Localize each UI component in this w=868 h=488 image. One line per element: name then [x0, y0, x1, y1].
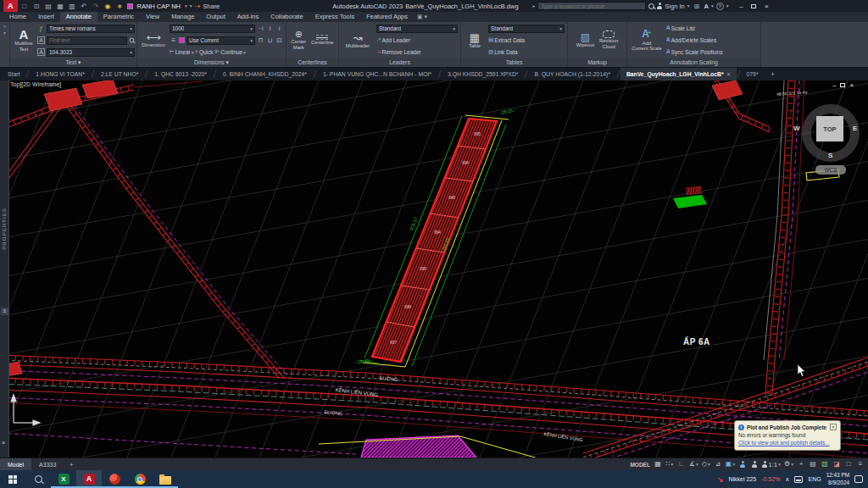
file-tab-start[interactable]: Start [2, 68, 25, 80]
dim-jog-icon[interactable] [275, 25, 283, 32]
snap-mode-icon[interactable]: ▾ [665, 461, 674, 468]
open-file-icon[interactable]: ⊡ [32, 3, 42, 10]
minimize-button[interactable]: – [736, 3, 746, 10]
dim-opt3-icon[interactable] [275, 37, 283, 44]
extract-data-button[interactable]: Extract Data [488, 37, 525, 43]
taskbar-search-button[interactable] [25, 470, 51, 488]
workspace-arrow-icon[interactable]: ▾ [185, 3, 187, 8]
start-button[interactable] [0, 470, 25, 488]
mleader-style-dropdown[interactable]: Standard▾ [376, 25, 458, 33]
panel-label-annotation-scaling[interactable]: Annotation Scaling [627, 58, 760, 67]
add-current-scale-button[interactable]: A+ Add Current Scale [630, 24, 664, 57]
tab-output[interactable]: Output [200, 12, 231, 22]
tab-annotate[interactable]: Annotate [60, 12, 97, 22]
file-tab-1[interactable]: 1.HONG VI TOAN* [30, 68, 91, 80]
grid-display-icon[interactable] [654, 461, 662, 468]
object-snap-tracking-icon[interactable] [714, 461, 722, 468]
tab-insert[interactable]: Insert [32, 12, 60, 22]
sync-scale-positions-button[interactable]: Sync Scale Positions [666, 49, 722, 55]
properties-palette-tab[interactable]: PROPERTIES [0, 80, 9, 458]
file-tab-2[interactable]: 2.LE UT NHO* [95, 68, 144, 80]
file-tab-3[interactable]: 1. QHC 6013 -2020* [148, 68, 213, 80]
tab-manage[interactable]: Manage [165, 12, 200, 22]
tab-parametric[interactable]: Parametric [97, 12, 140, 22]
autodesk-menu-icon[interactable]: A [704, 3, 708, 10]
new-file-icon[interactable]: □ [20, 3, 30, 10]
taskbar-file-explorer[interactable] [153, 470, 178, 488]
isodraft-icon[interactable]: ▾ [702, 461, 710, 468]
new-drawing-button[interactable]: + [765, 68, 782, 80]
file-tab-7[interactable]: B. QUY HOACH (1-12-2014)* [528, 68, 615, 80]
find-text-input[interactable] [47, 36, 127, 45]
new-layout-button[interactable]: + [64, 462, 79, 468]
app-store-icon[interactable]: ⊞ [692, 3, 701, 10]
find-search-icon[interactable] [130, 38, 135, 43]
search-history-arrow-icon[interactable]: ▸ [533, 3, 536, 8]
autocad-logo-icon[interactable]: A [3, 0, 18, 12]
layout-tab-model[interactable]: Model [0, 458, 31, 471]
plot-details-icon[interactable] [809, 461, 817, 468]
add-leader-button[interactable]: Add Leader [376, 37, 410, 43]
continue-button[interactable]: Continue▾ [215, 49, 246, 55]
search-icon[interactable] [648, 3, 654, 9]
workspace-switching-icon[interactable]: ▾ [784, 461, 793, 468]
isolate-objects-icon[interactable] [832, 461, 841, 468]
linear-button[interactable]: Linear▾ [170, 49, 194, 55]
highlighted-parcel-strip[interactable] [359, 115, 509, 367]
notification-link[interactable]: Click to view plot and publish details..… [738, 440, 837, 446]
tab-home[interactable]: Home [3, 12, 32, 22]
clean-screen-icon[interactable] [844, 461, 853, 468]
search-input[interactable] [537, 2, 646, 10]
file-tab-4[interactable]: 0. BINH CHANH_KHSDD_2024* [217, 68, 313, 80]
link-data-button[interactable]: Link Data [488, 49, 518, 55]
panel-label-tables[interactable]: Tables [461, 58, 567, 67]
annotation-visibility-icon[interactable] [738, 461, 747, 468]
annotation-monitor-icon[interactable] [797, 461, 805, 468]
panel-label-markup[interactable]: Markup [568, 58, 626, 67]
sign-in-button[interactable]: Sign In [665, 3, 684, 10]
language-indicator[interactable]: ENG [808, 476, 821, 482]
save-icon[interactable]: ▤ [44, 3, 53, 10]
dim-break-icon[interactable] [257, 25, 264, 32]
panel-label-centerlines[interactable]: Centerlines [287, 58, 338, 67]
center-mark-button[interactable]: Center Mark [292, 24, 306, 57]
viewcube-top-face[interactable]: TOP [816, 116, 843, 141]
redo-icon[interactable]: ↷ [92, 3, 101, 10]
undo-icon[interactable]: ↶ [80, 3, 89, 10]
help-icon[interactable]: ? [716, 3, 724, 10]
action-center-icon[interactable] [854, 475, 863, 483]
drawing-restore-icon[interactable] [840, 83, 845, 87]
add-delete-scales-button[interactable]: Add/Delete Scales [666, 37, 716, 43]
stock-ticker-icon[interactable] [717, 475, 724, 484]
table-button[interactable]: Table [464, 24, 486, 57]
close-button[interactable]: × [761, 3, 771, 10]
viewcube-south[interactable]: S [828, 152, 832, 159]
tab-collaborate[interactable]: Collaborate [264, 12, 309, 22]
quick-button[interactable]: Quick [196, 49, 214, 55]
hidden-icons-chevron[interactable] [785, 476, 789, 483]
spark-icon[interactable]: ∗ [115, 3, 125, 10]
restore-button[interactable] [748, 3, 759, 10]
workspace-dropdown[interactable]: RANH CAP NH [137, 3, 181, 10]
panel-label-text[interactable]: Text ▾ [10, 58, 136, 67]
share-button[interactable]: Share [203, 3, 220, 10]
dim-style-dropdown[interactable]: 1000▾ [170, 25, 255, 33]
tab-addins[interactable]: Add-ins [231, 12, 264, 22]
save-as-icon[interactable]: ▦ [56, 3, 65, 10]
file-tab-6[interactable]: 3.QH KHSDD_2591 XPXD* [442, 68, 525, 80]
clock[interactable]: 12:43 PM 8/9/2024 [826, 472, 849, 486]
network-icon[interactable] [794, 476, 803, 483]
stock-name[interactable]: Nikkei 225 [728, 476, 756, 482]
tab-view[interactable]: View [140, 12, 165, 22]
signin-arrow-icon[interactable]: ▾ [687, 3, 690, 8]
panel-label-dimensions[interactable]: Dimensions ▾ [137, 58, 286, 67]
layout-tab-a3333[interactable]: A3333 [31, 458, 64, 471]
dock-close-icon[interactable] [3, 24, 7, 29]
viewcube-west[interactable]: W [793, 125, 800, 132]
file-tab-close-icon[interactable]: × [727, 71, 731, 77]
centerline-button[interactable]: Centerline [311, 24, 333, 57]
plot-icon[interactable]: ▥ [68, 3, 77, 10]
dock-pin-icon[interactable] [3, 30, 6, 36]
drawing-close-icon[interactable]: × [849, 81, 854, 89]
stock-change[interactable]: -0.52% [761, 476, 780, 482]
